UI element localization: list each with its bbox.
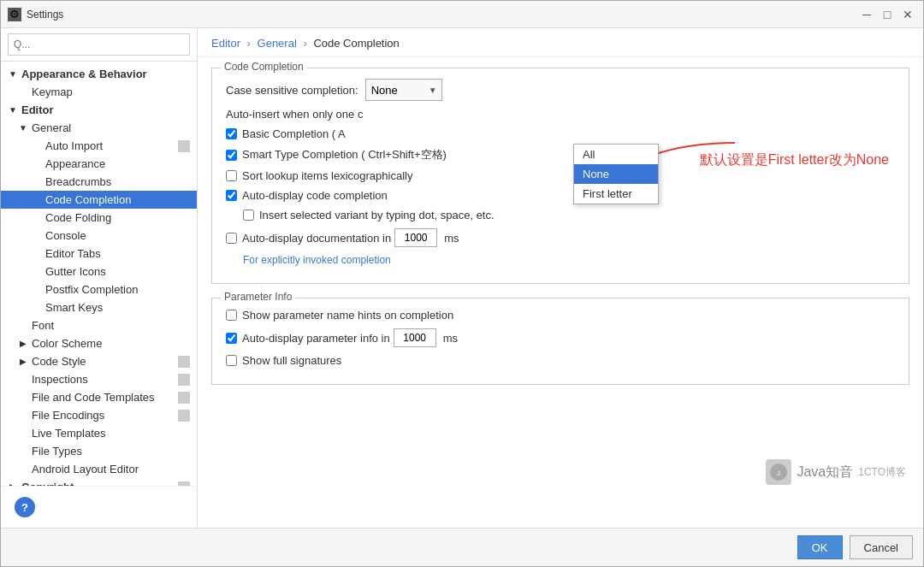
appearance-behavior-arrow-icon: ▼ xyxy=(8,69,18,80)
close-button[interactable]: ✕ xyxy=(899,6,916,23)
app-icon: ⚙ xyxy=(8,8,21,21)
basic-completion-checkbox[interactable] xyxy=(226,128,237,139)
watermark: J Java知音 1CTO博客 xyxy=(766,459,906,485)
breadcrumb: Editor › General › Code Completion xyxy=(198,28,923,57)
sidebar-item-copyright[interactable]: ▶Copyright xyxy=(1,478,197,486)
section1-title: Code Completion xyxy=(221,61,307,73)
content-area: ▼Appearance & BehaviorKeymap▼Editor▼Gene… xyxy=(1,28,923,528)
general-arrow-icon: ▼ xyxy=(18,123,28,133)
smart-keys-label: Smart Keys xyxy=(45,301,103,314)
show-hints-label: Show parameter name hints on completion xyxy=(242,309,453,322)
case-sensitive-row: Case sensitive completion: All None Firs… xyxy=(226,79,895,101)
auto-display-doc-row: Auto-display documentation in ms xyxy=(226,228,895,247)
sidebar-item-breadcrumbs[interactable]: Breadcrumbs xyxy=(1,173,197,191)
file-encodings-copy-icon xyxy=(178,410,190,422)
sidebar-item-code-folding[interactable]: Code Folding xyxy=(1,209,197,227)
postfix-completion-label: Postfix Completion xyxy=(45,283,138,296)
sidebar-item-editor[interactable]: ▼Editor xyxy=(1,101,197,119)
case-sensitive-dropdown-container: All None First letter ▼ xyxy=(365,79,442,101)
auto-display-param-input[interactable] xyxy=(394,328,436,347)
auto-display-doc-unit: ms xyxy=(444,232,459,245)
inspections-copy-icon xyxy=(178,374,190,386)
live-templates-label: Live Templates xyxy=(32,427,105,440)
sidebar-item-auto-import[interactable]: Auto Import xyxy=(1,137,197,155)
maximize-button[interactable]: □ xyxy=(879,6,896,23)
sidebar-item-smart-keys[interactable]: Smart Keys xyxy=(1,298,197,316)
bottom-bar: OK Cancel xyxy=(1,528,923,566)
watermark-site: 1CTO博客 xyxy=(858,465,906,480)
auto-display-label: Auto-display code completion xyxy=(242,189,388,202)
auto-display-checkbox[interactable] xyxy=(226,190,237,201)
file-types-label: File Types xyxy=(32,445,82,458)
file-code-templates-copy-icon xyxy=(178,392,190,404)
breadcrumb-general[interactable]: General xyxy=(258,37,297,50)
auto-display-param-label: Auto-display parameter info in xyxy=(242,332,390,345)
sidebar-item-file-types[interactable]: File Types xyxy=(1,442,197,460)
gutter-icons-label: Gutter Icons xyxy=(45,265,106,278)
ok-button[interactable]: OK xyxy=(797,535,843,559)
sidebar: ▼Appearance & BehaviorKeymap▼Editor▼Gene… xyxy=(1,28,198,528)
insert-variant-checkbox[interactable] xyxy=(243,210,254,221)
breadcrumb-editor[interactable]: Editor xyxy=(211,37,240,50)
sort-lookup-checkbox[interactable] xyxy=(226,170,237,181)
show-signatures-label: Show full signatures xyxy=(242,354,341,367)
search-input[interactable] xyxy=(8,33,190,56)
sidebar-item-postfix-completion[interactable]: Postfix Completion xyxy=(1,281,197,298)
option-all[interactable]: All xyxy=(574,145,658,164)
auto-display-param-row: Auto-display parameter info in ms xyxy=(226,328,895,347)
sidebar-item-live-templates[interactable]: Live Templates xyxy=(1,424,197,442)
editor-tabs-label: Editor Tabs xyxy=(45,247,101,260)
watermark-logo: J xyxy=(766,459,791,485)
sidebar-item-editor-tabs[interactable]: Editor Tabs xyxy=(1,245,197,263)
sidebar-item-code-style[interactable]: ▶Code Style xyxy=(1,352,197,370)
code-style-arrow-icon: ▶ xyxy=(18,357,28,367)
option-first-letter[interactable]: First letter xyxy=(574,184,658,204)
inspections-label: Inspections xyxy=(32,373,88,386)
auto-insert-label: Auto-insert when only one c xyxy=(226,108,363,121)
option-none[interactable]: None xyxy=(574,164,658,184)
case-sensitive-dropdown-popup[interactable]: All None First letter xyxy=(573,144,659,204)
auto-display-doc-checkbox[interactable] xyxy=(226,233,237,244)
sidebar-item-gutter-icons[interactable]: Gutter Icons xyxy=(1,263,197,281)
case-sensitive-label: Case sensitive completion: xyxy=(226,84,358,97)
sidebar-item-android-layout-editor[interactable]: Android Layout Editor xyxy=(1,460,197,478)
case-sensitive-select[interactable]: All None First letter xyxy=(365,79,442,101)
smart-completion-label: Smart Type Completion ( Ctrl+Shift+空格) xyxy=(242,147,447,162)
sidebar-item-color-scheme[interactable]: ▶Color Scheme xyxy=(1,334,197,352)
code-folding-label: Code Folding xyxy=(45,211,111,224)
auto-insert-row: Auto-insert when only one c xyxy=(226,108,895,121)
smart-completion-checkbox[interactable] xyxy=(226,150,237,161)
window-controls: ─ □ ✕ xyxy=(858,6,916,23)
show-hints-row: Show parameter name hints on completion xyxy=(226,309,895,322)
sidebar-item-appearance-behavior[interactable]: ▼Appearance & Behavior xyxy=(1,65,197,83)
minimize-button[interactable]: ─ xyxy=(858,6,875,23)
sidebar-item-file-encodings[interactable]: File Encodings xyxy=(1,406,197,424)
auto-display-param-checkbox[interactable] xyxy=(226,333,237,344)
cancel-button[interactable]: Cancel xyxy=(850,535,913,559)
sidebar-item-file-code-templates[interactable]: File and Code Templates xyxy=(1,388,197,406)
watermark-text: Java知音 xyxy=(797,464,853,481)
sidebar-item-keymap[interactable]: Keymap xyxy=(1,83,197,101)
appearance-label: Appearance xyxy=(45,157,105,170)
appearance-behavior-label: Appearance & Behavior xyxy=(21,68,147,80)
sidebar-item-code-completion[interactable]: Code Completion xyxy=(1,191,197,209)
auto-display-doc-input[interactable] xyxy=(394,228,437,247)
auto-display-doc-label: Auto-display documentation in xyxy=(242,232,391,245)
sidebar-item-general[interactable]: ▼General xyxy=(1,119,197,137)
sidebar-item-inspections[interactable]: Inspections xyxy=(1,370,197,388)
file-code-templates-label: File and Code Templates xyxy=(32,391,155,404)
sidebar-item-console[interactable]: Console xyxy=(1,227,197,245)
basic-completion-label: Basic Completion ( A xyxy=(242,127,346,140)
window-title: Settings xyxy=(27,9,858,21)
auto-import-label: Auto Import xyxy=(45,139,103,152)
settings-panel: Code Completion Case sensitive completio… xyxy=(198,57,923,528)
main-content: Editor › General › Code Completion Code … xyxy=(198,28,923,528)
show-hints-checkbox[interactable] xyxy=(226,310,237,321)
sidebar-item-appearance[interactable]: Appearance xyxy=(1,155,197,173)
show-signatures-checkbox[interactable] xyxy=(226,355,237,366)
sort-lookup-label: Sort lookup items lexicographically xyxy=(242,169,412,182)
android-layout-editor-label: Android Layout Editor xyxy=(32,463,139,475)
sidebar-item-font[interactable]: Font xyxy=(1,316,197,334)
basic-completion-row: Basic Completion ( A xyxy=(226,127,895,140)
help-button[interactable]: ? xyxy=(15,497,35,517)
